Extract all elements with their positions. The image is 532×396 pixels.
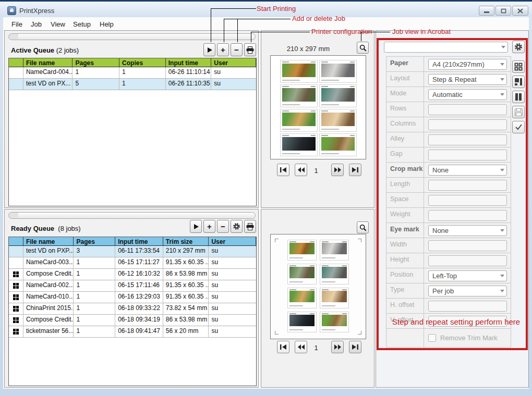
col-pages[interactable]: Pages <box>74 237 115 245</box>
col-copies[interactable]: Copies <box>119 58 166 67</box>
delete-job-button[interactable]: − <box>231 43 243 56</box>
table-row[interactable]: Compose Credit... 1 06-12 16:10:32 86 x … <box>9 269 256 280</box>
first-page-button[interactable] <box>277 164 289 176</box>
menu-help[interactable]: Help <box>98 19 116 29</box>
last-page-button[interactable] <box>349 164 361 176</box>
previous-page-button[interactable] <box>295 341 307 353</box>
table-row[interactable]: NameCard-002.... 1 06-15 17:11:46 91.35 … <box>9 280 256 292</box>
preview-bottom-panel: 1 <box>261 209 374 388</box>
table-row-selected[interactable]: test VD on PX... 5 1 06-26 11:10:35 su <box>9 79 256 90</box>
step-repeat-icon <box>13 283 19 289</box>
menu-job[interactable]: Job <box>29 19 44 29</box>
start-printing-button[interactable] <box>190 220 202 233</box>
job-view-acrobat-button[interactable] <box>357 221 369 233</box>
app-icon[interactable] <box>7 6 16 15</box>
close-icon <box>517 8 523 14</box>
active-queue-toolbar: + − <box>203 43 256 56</box>
annotation-line <box>211 8 211 42</box>
step-repeat-icon <box>13 329 19 335</box>
table-row[interactable]: ChinaPrint 2015... 1 06-18 09:33:22 73.8… <box>9 303 256 315</box>
nav-last-icon <box>352 344 358 350</box>
preview-card <box>280 109 318 132</box>
preview-card <box>319 84 357 107</box>
thumbnail-corgi-photo <box>282 113 316 126</box>
thumbnail-black-panther-photo <box>282 137 316 151</box>
ready-queue-table: File name Pages Input time Trim size Use… <box>8 237 257 386</box>
preview-page-bottom <box>270 234 366 339</box>
table-row[interactable]: ticketmaster 56... 1 06-18 09:41:47 56 x… <box>9 326 256 338</box>
thumbnail-puppy-photo <box>321 113 355 126</box>
annotation-line <box>237 19 238 42</box>
preview-card <box>320 288 349 308</box>
col-trim-size[interactable]: Trim size <box>163 237 209 245</box>
next-page-button[interactable] <box>331 341 344 353</box>
page-number: 1 <box>311 167 321 175</box>
add-job-button[interactable]: + <box>217 43 229 56</box>
magnifier-icon <box>359 44 367 52</box>
plus-icon: + <box>221 45 225 54</box>
preview-card <box>280 84 318 107</box>
page-number: 1 <box>311 344 321 352</box>
start-printing-button[interactable] <box>203 43 215 56</box>
step-repeat-icon <box>13 317 19 323</box>
close-button[interactable] <box>512 6 528 16</box>
nav-first-icon <box>280 344 286 350</box>
thumbnail-corgi-photo <box>289 291 315 302</box>
thumbnail-black-panther-photo <box>289 315 315 326</box>
col-input-time[interactable]: Input time <box>166 58 212 67</box>
last-page-button[interactable] <box>349 341 361 353</box>
col-pages[interactable]: Pages <box>72 58 119 67</box>
col-file-name[interactable]: File name <box>23 237 74 245</box>
menu-file[interactable]: File <box>9 19 25 29</box>
preview-card <box>320 264 349 284</box>
annotation-line <box>224 19 224 42</box>
table-row[interactable]: NameCard-003.... 1 06-15 17:11:27 91.35 … <box>9 257 256 269</box>
job-settings-button[interactable] <box>231 220 243 233</box>
table-row[interactable]: Compose Credit... 1 06-18 09:34:19 86 x … <box>9 315 256 326</box>
preview-card <box>287 240 317 261</box>
previous-page-button[interactable] <box>295 164 307 176</box>
nav-first-icon <box>280 167 286 172</box>
nav-last-icon <box>352 167 358 172</box>
ready-queue-count: (8 jobs) <box>58 225 80 232</box>
plus-icon: + <box>207 222 212 231</box>
first-page-button[interactable] <box>277 341 289 353</box>
thumbnail-puppy-photo <box>322 291 347 302</box>
thumbnail-rabbits-photo <box>289 267 315 278</box>
window-title: PrintXpress <box>19 7 54 15</box>
add-job-button[interactable]: + <box>203 220 215 233</box>
menu-setup[interactable]: Setup <box>71 19 93 29</box>
menu-view[interactable]: View <box>49 19 67 29</box>
delete-job-button[interactable]: − <box>217 220 229 233</box>
active-queue-table: File name Pages Copies Input time User N… <box>8 58 257 206</box>
minimize-button[interactable] <box>479 6 494 16</box>
printer-button[interactable] <box>244 220 256 233</box>
restore-icon <box>501 8 506 14</box>
next-page-button[interactable] <box>331 164 344 176</box>
preview-card <box>320 312 349 332</box>
col-user[interactable]: User <box>209 237 256 245</box>
table-row[interactable]: NameCard-004... 1 1 06-26 11:10:14 su <box>9 67 256 79</box>
ready-queue-header: File name Pages Input time Trim size Use… <box>9 237 256 246</box>
nav-previous-icon <box>298 167 305 172</box>
col-input-time[interactable]: Input time <box>115 237 163 245</box>
annotation-start-printing: Start Printing <box>257 5 296 13</box>
thumbnail-rabbits-photo <box>282 88 316 102</box>
col-user[interactable]: User <box>211 58 256 67</box>
printer-button[interactable] <box>244 43 256 56</box>
annotation-line <box>251 32 310 32</box>
annotation-add-or-delete-job: Add or delete Job <box>292 15 345 22</box>
job-view-acrobat-button[interactable] <box>357 42 369 54</box>
active-queue-header: File name Pages Copies Input time User <box>9 58 256 67</box>
printer-icon <box>246 223 254 230</box>
active-queue-panel: Active Queue (2 jobs) + − File name Page… <box>4 30 259 208</box>
table-row[interactable]: NameCard-010.... 1 06-16 13:29:03 91.35 … <box>9 292 256 303</box>
restore-button[interactable] <box>495 6 511 16</box>
paper-size-label: 210 x 297 mm <box>261 45 355 53</box>
table-row-selected[interactable]: test VD on PXP... 3 06-11 17:33:54 210 x… <box>9 246 256 257</box>
col-file-name[interactable]: File name <box>23 58 73 67</box>
ready-queue-title: Ready Queue (8 jobs) <box>11 225 81 232</box>
thumbnail-seal-pups-photo <box>321 88 355 102</box>
thumbnail-fox-photo <box>282 64 316 77</box>
annotation-printer-configuration: Printer configuration <box>311 28 372 35</box>
